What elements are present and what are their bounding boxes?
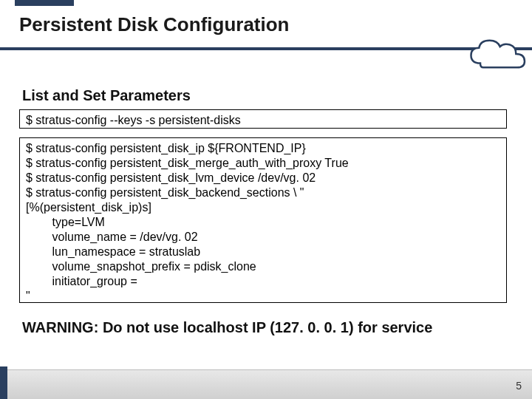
footer-bar — [0, 369, 532, 399]
footer-left-accent — [0, 366, 7, 399]
title-underline — [0, 47, 532, 50]
slide: Persistent Disk Configuration List and S… — [0, 0, 532, 399]
warning-text: WARNING: Do not use localhost IP (127. 0… — [22, 319, 432, 336]
page-number: 5 — [516, 380, 522, 392]
slide-title: Persistent Disk Configuration — [19, 13, 290, 36]
top-accent-bar — [15, 0, 74, 6]
code-block-set-params: $ stratus-config persistent_disk_ip ${FR… — [19, 137, 507, 303]
code-block-list-keys: $ stratus-config --keys -s persistent-di… — [19, 109, 507, 129]
cloud-icon — [466, 35, 532, 72]
section-subheading: List and Set Parameters — [22, 87, 191, 104]
